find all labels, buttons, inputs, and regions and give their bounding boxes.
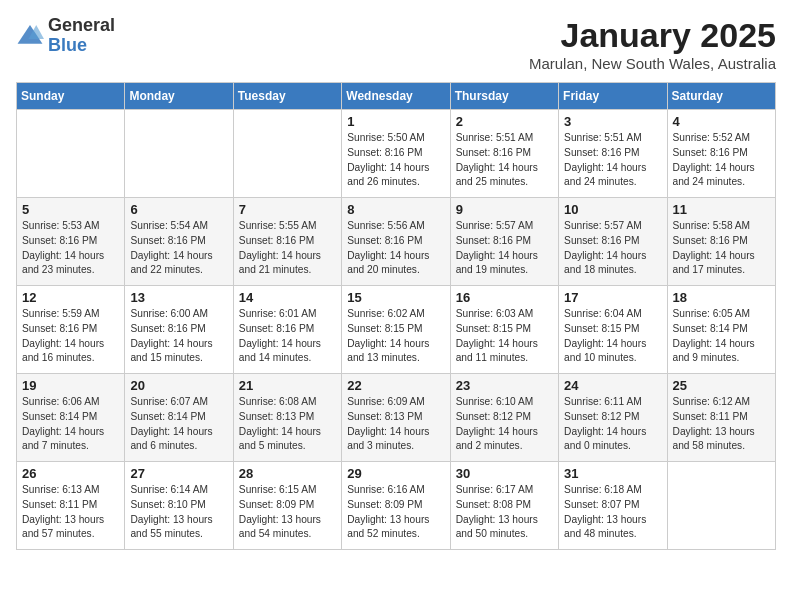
day-info: and 17 minutes. (673, 263, 771, 278)
day-info: and 50 minutes. (456, 527, 554, 542)
col-header-thursday: Thursday (450, 83, 558, 110)
day-info: Sunrise: 6:00 AM (130, 307, 228, 322)
calendar-cell: 8Sunrise: 5:56 AMSunset: 8:16 PMDaylight… (342, 198, 450, 286)
calendar-cell: 7Sunrise: 5:55 AMSunset: 8:16 PMDaylight… (233, 198, 341, 286)
calendar-cell: 13Sunrise: 6:00 AMSunset: 8:16 PMDayligh… (125, 286, 233, 374)
day-info: Sunrise: 6:10 AM (456, 395, 554, 410)
day-number: 11 (673, 202, 771, 217)
calendar-cell: 2Sunrise: 5:51 AMSunset: 8:16 PMDaylight… (450, 110, 558, 198)
day-info: Sunset: 8:10 PM (130, 498, 228, 513)
day-number: 25 (673, 378, 771, 393)
day-info: and 52 minutes. (347, 527, 445, 542)
day-info: Sunrise: 6:09 AM (347, 395, 445, 410)
day-info: and 2 minutes. (456, 439, 554, 454)
day-info: Daylight: 13 hours (130, 513, 228, 528)
logo-text: General Blue (48, 16, 115, 56)
calendar-cell: 25Sunrise: 6:12 AMSunset: 8:11 PMDayligh… (667, 374, 775, 462)
day-info: Daylight: 14 hours (456, 337, 554, 352)
day-number: 17 (564, 290, 662, 305)
logo-general: General (48, 15, 115, 35)
day-info: and 22 minutes. (130, 263, 228, 278)
day-info: Daylight: 13 hours (347, 513, 445, 528)
day-info: Sunset: 8:16 PM (239, 322, 337, 337)
calendar-cell: 29Sunrise: 6:16 AMSunset: 8:09 PMDayligh… (342, 462, 450, 550)
day-info: Sunrise: 6:07 AM (130, 395, 228, 410)
day-info: and 0 minutes. (564, 439, 662, 454)
day-info: Sunrise: 6:11 AM (564, 395, 662, 410)
day-info: and 5 minutes. (239, 439, 337, 454)
day-number: 10 (564, 202, 662, 217)
day-number: 28 (239, 466, 337, 481)
day-info: Sunrise: 6:05 AM (673, 307, 771, 322)
calendar-cell: 21Sunrise: 6:08 AMSunset: 8:13 PMDayligh… (233, 374, 341, 462)
day-info: Daylight: 13 hours (673, 425, 771, 440)
day-info: Sunset: 8:15 PM (456, 322, 554, 337)
calendar-week-3: 19Sunrise: 6:06 AMSunset: 8:14 PMDayligh… (17, 374, 776, 462)
col-header-sunday: Sunday (17, 83, 125, 110)
day-info: and 19 minutes. (456, 263, 554, 278)
day-info: and 21 minutes. (239, 263, 337, 278)
day-info: Sunset: 8:12 PM (564, 410, 662, 425)
day-info: Sunrise: 5:52 AM (673, 131, 771, 146)
day-info: Sunrise: 5:59 AM (22, 307, 120, 322)
day-info: Sunrise: 6:01 AM (239, 307, 337, 322)
day-info: Sunset: 8:16 PM (456, 146, 554, 161)
logo: General Blue (16, 16, 115, 56)
day-info: and 10 minutes. (564, 351, 662, 366)
day-info: Sunrise: 6:12 AM (673, 395, 771, 410)
day-info: and 6 minutes. (130, 439, 228, 454)
calendar-header-row: SundayMondayTuesdayWednesdayThursdayFrid… (17, 83, 776, 110)
calendar-cell: 16Sunrise: 6:03 AMSunset: 8:15 PMDayligh… (450, 286, 558, 374)
day-info: Daylight: 14 hours (456, 161, 554, 176)
col-header-friday: Friday (559, 83, 667, 110)
day-info: Sunset: 8:16 PM (22, 234, 120, 249)
calendar-cell: 10Sunrise: 5:57 AMSunset: 8:16 PMDayligh… (559, 198, 667, 286)
day-info: Sunrise: 5:57 AM (456, 219, 554, 234)
calendar-cell: 27Sunrise: 6:14 AMSunset: 8:10 PMDayligh… (125, 462, 233, 550)
calendar-cell: 26Sunrise: 6:13 AMSunset: 8:11 PMDayligh… (17, 462, 125, 550)
day-number: 26 (22, 466, 120, 481)
day-info: Sunrise: 5:58 AM (673, 219, 771, 234)
day-info: and 24 minutes. (673, 175, 771, 190)
day-info: Sunset: 8:08 PM (456, 498, 554, 513)
day-info: Daylight: 14 hours (347, 249, 445, 264)
day-info: Daylight: 14 hours (456, 425, 554, 440)
calendar-week-1: 5Sunrise: 5:53 AMSunset: 8:16 PMDaylight… (17, 198, 776, 286)
day-info: Sunset: 8:13 PM (239, 410, 337, 425)
day-info: Daylight: 14 hours (239, 425, 337, 440)
day-info: Daylight: 14 hours (22, 249, 120, 264)
calendar-body: 1Sunrise: 5:50 AMSunset: 8:16 PMDaylight… (17, 110, 776, 550)
day-info: Daylight: 14 hours (564, 249, 662, 264)
day-info: and 55 minutes. (130, 527, 228, 542)
day-info: and 14 minutes. (239, 351, 337, 366)
day-info: Sunset: 8:16 PM (130, 322, 228, 337)
calendar-cell: 24Sunrise: 6:11 AMSunset: 8:12 PMDayligh… (559, 374, 667, 462)
day-info: Daylight: 14 hours (130, 425, 228, 440)
day-info: Sunset: 8:16 PM (347, 146, 445, 161)
day-info: and 23 minutes. (22, 263, 120, 278)
calendar-cell: 17Sunrise: 6:04 AMSunset: 8:15 PMDayligh… (559, 286, 667, 374)
day-number: 31 (564, 466, 662, 481)
day-info: and 3 minutes. (347, 439, 445, 454)
day-info: Sunrise: 6:02 AM (347, 307, 445, 322)
day-info: and 20 minutes. (347, 263, 445, 278)
day-info: Sunrise: 5:51 AM (564, 131, 662, 146)
day-number: 19 (22, 378, 120, 393)
calendar-cell: 11Sunrise: 5:58 AMSunset: 8:16 PMDayligh… (667, 198, 775, 286)
day-info: Daylight: 14 hours (347, 337, 445, 352)
calendar-cell: 14Sunrise: 6:01 AMSunset: 8:16 PMDayligh… (233, 286, 341, 374)
day-info: and 15 minutes. (130, 351, 228, 366)
day-info: Daylight: 14 hours (347, 425, 445, 440)
day-info: Sunset: 8:07 PM (564, 498, 662, 513)
calendar-cell (17, 110, 125, 198)
day-info: Daylight: 14 hours (564, 425, 662, 440)
day-number: 15 (347, 290, 445, 305)
calendar-cell: 18Sunrise: 6:05 AMSunset: 8:14 PMDayligh… (667, 286, 775, 374)
day-info: Sunset: 8:14 PM (22, 410, 120, 425)
day-info: Daylight: 14 hours (456, 249, 554, 264)
day-info: and 57 minutes. (22, 527, 120, 542)
day-number: 12 (22, 290, 120, 305)
day-info: Sunrise: 5:50 AM (347, 131, 445, 146)
day-info: Sunset: 8:15 PM (347, 322, 445, 337)
day-info: and 7 minutes. (22, 439, 120, 454)
